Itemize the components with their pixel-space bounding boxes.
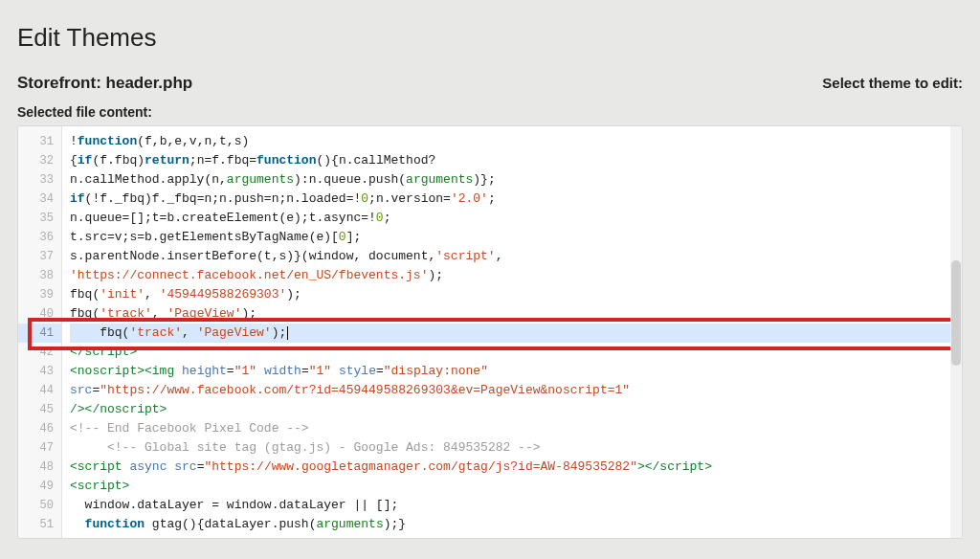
line-number: 31 <box>18 132 61 151</box>
line-number: 39 <box>18 285 61 304</box>
file-title: Storefront: header.php <box>17 74 192 93</box>
code-line[interactable]: </script> <box>70 343 954 362</box>
code-line[interactable]: function gtag(){dataLayer.push(arguments… <box>70 515 954 534</box>
line-number: 37 <box>18 247 61 266</box>
line-number: 36 <box>18 228 61 247</box>
code-line[interactable]: !function(f,b,e,v,n,t,s) <box>70 132 954 151</box>
code-line[interactable]: t.src=v;s=b.getElementsByTagName(e)[0]; <box>70 228 954 247</box>
line-number: 42 <box>18 343 61 362</box>
code-line[interactable]: n.queue=[];t=b.createElement(e);t.async=… <box>70 209 954 228</box>
code-line[interactable]: <!-- End Facebook Pixel Code --> <box>70 419 954 438</box>
line-number: 49 <box>18 477 61 496</box>
line-number: 38 <box>18 266 61 285</box>
line-number: 48 <box>18 458 61 477</box>
code-line[interactable] <box>70 534 954 539</box>
code-line[interactable]: /></noscript> <box>70 400 954 419</box>
line-number: 51 <box>18 515 61 534</box>
code-line[interactable]: src="https://www.facebook.com/tr?id=4594… <box>70 381 954 400</box>
code-line[interactable]: <script async src="https://www.googletag… <box>70 458 954 477</box>
code-line[interactable]: 'https://connect.facebook.net/en_US/fbev… <box>70 266 954 285</box>
page-container: Edit Themes Storefront: header.php Selec… <box>0 0 980 539</box>
vertical-scrollbar[interactable] <box>950 126 962 538</box>
code-line[interactable]: n.callMethod.apply(n,arguments):n.queue.… <box>70 170 954 190</box>
code-line[interactable]: fbq('init', '459449588269303'); <box>70 285 954 304</box>
code-content[interactable]: !function(f,b,e,v,n,t,s){if(f.fbq)return… <box>62 126 962 538</box>
select-theme-label: Select theme to edit: <box>822 75 963 91</box>
file-name: header.php <box>106 74 193 92</box>
file-header-row: Storefront: header.php Select theme to e… <box>17 74 963 93</box>
line-number: 34 <box>18 190 61 209</box>
code-line[interactable]: <!-- Global site tag (gtag.js) - Google … <box>70 438 954 458</box>
line-number: 45 <box>18 400 61 419</box>
line-number: 44 <box>18 381 61 400</box>
code-line[interactable]: fbq('track', 'PageView'); <box>70 304 954 324</box>
code-line[interactable]: {if(f.fbq)return;n=f.fbq=function(){n.ca… <box>70 151 954 170</box>
code-line[interactable]: fbq('track', 'PageView'); <box>70 324 954 343</box>
line-number: 33 <box>18 170 61 190</box>
line-number: 35 <box>18 209 61 228</box>
scrollbar-thumb[interactable] <box>951 260 961 366</box>
line-number: 43 <box>18 362 61 381</box>
line-number: 47 <box>18 438 61 458</box>
page-title: Edit Themes <box>17 23 963 53</box>
line-number: 32 <box>18 151 61 170</box>
code-editor[interactable]: 3132333435363738394041424344454647484950… <box>17 125 963 539</box>
code-line[interactable]: <script> <box>70 477 954 496</box>
code-line[interactable]: s.parentNode.insertBefore(t,s)}(window, … <box>70 247 954 266</box>
code-line[interactable]: if(!f._fbq)f._fbq=n;n.push=n;n.loaded=!0… <box>70 190 954 209</box>
line-number: 52 <box>18 534 61 539</box>
content-label: Selected file content: <box>17 104 963 120</box>
line-number: 50 <box>18 496 61 515</box>
code-line[interactable]: window.dataLayer = window.dataLayer || [… <box>70 496 954 515</box>
file-label-prefix: Storefront: <box>17 74 101 92</box>
code-line[interactable]: <noscript><img height="1" width="1" styl… <box>70 362 954 381</box>
line-number: 46 <box>18 419 61 438</box>
line-number: 40 <box>18 304 61 324</box>
line-number: 41 <box>18 324 61 343</box>
line-number-gutter: 3132333435363738394041424344454647484950… <box>18 126 62 538</box>
